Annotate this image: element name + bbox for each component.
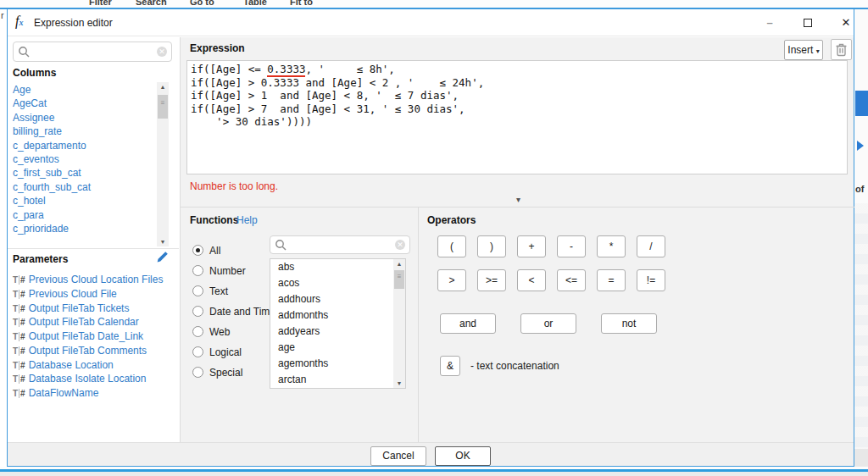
bg-menu-fitto[interactable]: Fit to <box>290 0 313 7</box>
operator-close-paren-button[interactable]: ) <box>477 235 506 257</box>
operator-plus-button[interactable]: + <box>517 235 546 257</box>
error-underlined-number: 0.3333 <box>267 63 305 77</box>
maximize-button[interactable] <box>796 14 820 31</box>
help-link[interactable]: Help <box>236 214 258 226</box>
operator-eq-button[interactable]: = <box>597 269 626 291</box>
scroll-up-icon[interactable]: ▲ <box>157 84 169 90</box>
operator-lte-button[interactable]: <= <box>557 269 586 291</box>
parameter-item[interactable]: T#Previous Cloud File <box>13 288 117 300</box>
category-radio-number[interactable]: Number <box>192 263 246 274</box>
functions-search-input[interactable] <box>289 238 392 252</box>
functions-list[interactable]: abs acos addhours addmonths addyears age… <box>270 258 406 389</box>
operator-lt-button[interactable]: < <box>517 269 546 291</box>
column-item[interactable]: Assignee <box>13 112 54 124</box>
operator-neq-button[interactable]: != <box>637 269 665 291</box>
minimize-button[interactable]: – <box>758 14 782 31</box>
scrollbar-thumb[interactable]: ≡ <box>158 95 168 119</box>
close-button[interactable]: ✕ <box>834 14 858 31</box>
scrollbar-thumb[interactable]: ≡ <box>394 270 404 289</box>
column-item[interactable]: c_first_sub_cat <box>13 167 81 179</box>
radio-icon <box>192 326 203 337</box>
operator-minus-button[interactable]: - <box>557 235 586 257</box>
parameter-item[interactable]: T#Output FileTab Calendar <box>13 316 139 328</box>
text-number-param-icon: T# <box>13 361 25 370</box>
category-radio-special[interactable]: Special <box>192 364 242 376</box>
bg-menu-table[interactable]: Table <box>243 0 267 7</box>
functions-scrollbar[interactable]: ▲ ≡ ▼ <box>393 259 405 388</box>
thumb-grip-icon: ≡ <box>158 100 168 107</box>
column-item[interactable]: Age <box>13 84 31 96</box>
category-radio-datetime[interactable]: Date and Time <box>192 303 275 315</box>
column-item[interactable]: AgeCat <box>13 97 47 109</box>
function-item[interactable]: acos <box>270 275 405 291</box>
collapse-panel-icon[interactable]: ▾ <box>516 195 520 204</box>
parameter-item[interactable]: T#Database Location <box>13 359 114 371</box>
dialog-title: Expression editor <box>34 17 113 29</box>
functions-header: Functions <box>190 214 238 226</box>
function-item[interactable]: abs <box>270 259 405 275</box>
parameter-item[interactable]: T#Output FileTab Date_Link <box>13 330 143 342</box>
expression-code-editor[interactable]: if([Age] <= 0.3333, ' ≤ 8h', if([Age] > … <box>186 60 848 174</box>
parameter-item[interactable]: T#DataFlowName <box>13 387 98 399</box>
ok-button[interactable]: OK <box>435 446 491 466</box>
dialog-titlebar[interactable]: fx Expression editor – ✕ <box>8 9 854 36</box>
operator-divide-button[interactable]: / <box>637 235 665 257</box>
column-item[interactable]: c_fourth_sub_cat <box>13 181 91 193</box>
operator-multiply-button[interactable]: * <box>597 235 626 257</box>
function-item[interactable]: addhours <box>270 291 405 307</box>
bg-menu-search[interactable]: Search <box>136 0 167 7</box>
bg-menu-filter[interactable]: Filter <box>89 0 112 7</box>
fx-icon: fx <box>15 14 23 29</box>
bg-menu-goto[interactable]: Go to <box>190 0 214 7</box>
radio-icon <box>192 265 203 276</box>
parameter-item[interactable]: T#Output FileTab Tickets <box>13 302 129 314</box>
insert-dropdown-button[interactable]: Insert ▾ <box>784 40 823 60</box>
category-radio-all[interactable]: All <box>192 242 220 254</box>
search-icon <box>275 239 287 251</box>
parameter-item[interactable]: T#Output FileTab Comments <box>13 345 147 357</box>
cancel-button[interactable]: Cancel <box>370 446 426 466</box>
clear-expression-button[interactable] <box>831 39 852 60</box>
columns-scrollbar[interactable]: ▲ ≡ ▼ <box>157 82 169 246</box>
parameter-item[interactable]: T#Database Isolate Location <box>13 373 146 385</box>
column-item[interactable]: c_para <box>13 209 44 221</box>
clear-search-icon[interactable]: ✕ <box>157 47 167 57</box>
parameters-header: Parameters <box>13 253 68 265</box>
dialog-footer: Cancel OK <box>8 442 854 466</box>
column-item[interactable]: billing_rate <box>13 125 62 137</box>
edit-parameters-pencil-icon[interactable] <box>155 251 169 264</box>
maximize-icon <box>804 19 812 27</box>
operator-or-button[interactable]: or <box>520 313 576 334</box>
columns-search-box: ✕ <box>13 42 172 62</box>
expression-header: Expression <box>190 42 245 54</box>
function-item[interactable]: addmonths <box>270 307 405 324</box>
scroll-down-icon[interactable]: ▼ <box>157 239 169 245</box>
background-bottom-strip <box>0 467 868 476</box>
parameter-item[interactable]: T#Previous Cloud Location Files <box>13 274 163 285</box>
function-item[interactable]: agemonths <box>270 356 405 372</box>
clear-search-icon[interactable]: ✕ <box>395 240 405 250</box>
category-radio-web[interactable]: Web <box>192 324 230 335</box>
scroll-down-icon[interactable]: ▼ <box>393 380 405 386</box>
operator-concat-button[interactable]: & <box>440 356 460 376</box>
operator-open-paren-button[interactable]: ( <box>437 235 466 257</box>
function-item[interactable]: age <box>270 340 405 356</box>
scroll-up-icon[interactable]: ▲ <box>393 261 405 267</box>
column-item[interactable]: c_hotel <box>13 195 46 207</box>
bg-status-gray-bar <box>0 472 868 476</box>
function-item[interactable]: arctan <box>270 372 405 388</box>
column-item[interactable]: c_departamento <box>13 140 86 152</box>
operator-and-button[interactable]: and <box>440 313 496 334</box>
operator-not-button[interactable]: not <box>601 313 657 334</box>
operator-gt-button[interactable]: > <box>437 269 466 291</box>
code-line: if([Age] <= 0.3333, ' ≤ 8h', <box>191 63 843 76</box>
operator-gte-button[interactable]: >= <box>477 269 506 291</box>
concat-caption: - text concatenation <box>470 360 559 372</box>
sidebar-divider <box>8 248 179 249</box>
columns-search-input[interactable] <box>32 44 154 59</box>
function-item[interactable]: addyears <box>270 324 405 340</box>
category-radio-text[interactable]: Text <box>192 283 228 295</box>
category-radio-logical[interactable]: Logical <box>192 344 242 356</box>
column-item[interactable]: c_prioridade <box>13 223 69 235</box>
column-item[interactable]: c_eventos <box>13 153 59 165</box>
